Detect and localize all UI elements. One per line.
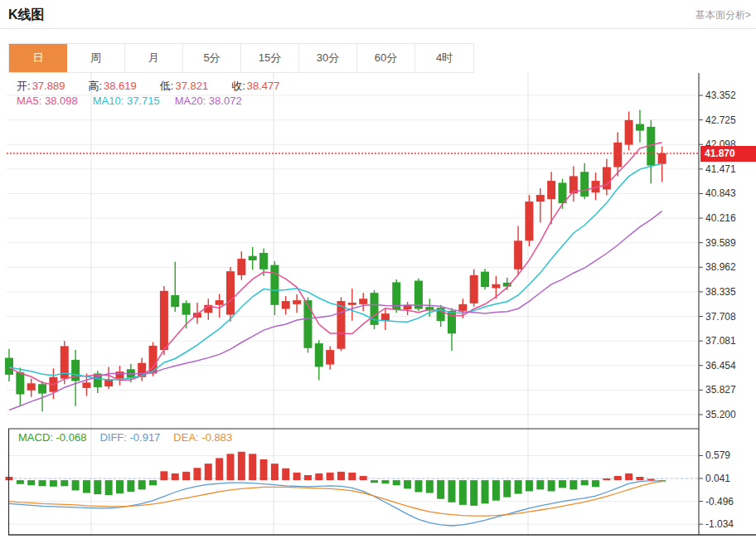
macd-bar bbox=[614, 476, 622, 480]
macd-axis-label: -1.034 bbox=[705, 519, 734, 529]
macd-bar bbox=[636, 477, 643, 480]
price-axis-label: 36.454 bbox=[705, 361, 736, 371]
candle-body bbox=[337, 301, 346, 349]
candle-body bbox=[613, 143, 622, 168]
price-axis-label: 40.843 bbox=[705, 188, 736, 198]
candle-body bbox=[381, 313, 390, 321]
macd-bar bbox=[360, 476, 367, 480]
macd-bar bbox=[625, 473, 632, 480]
candle-body bbox=[315, 343, 323, 367]
candle-body bbox=[525, 202, 533, 240]
candle-body bbox=[16, 372, 24, 394]
macd-bar bbox=[27, 480, 35, 485]
macd-bar bbox=[83, 480, 90, 493]
candle-body bbox=[536, 195, 545, 202]
macd-bar bbox=[526, 480, 533, 491]
ma5-line bbox=[9, 143, 662, 385]
ma-item-1: MA10: 37.715 bbox=[93, 95, 160, 107]
candle-body bbox=[481, 272, 489, 287]
candle-body bbox=[580, 172, 589, 197]
price-axis-label: 42.725 bbox=[705, 115, 736, 125]
candle-body bbox=[492, 284, 500, 289]
ohlc-item-1: 高:38.619 bbox=[88, 80, 148, 92]
ma-info-row: MA5: 38.098MA10: 37.715MA20: 38.072 bbox=[17, 95, 257, 107]
macd-bar bbox=[371, 480, 378, 483]
macd-bar bbox=[348, 473, 356, 480]
candle-body bbox=[625, 120, 633, 145]
macd-bar bbox=[61, 480, 68, 486]
macd-bar bbox=[172, 473, 179, 480]
macd-bar bbox=[94, 480, 101, 494]
macd-bar bbox=[492, 480, 500, 501]
macd-bar bbox=[459, 480, 467, 505]
price-axis-label: 37.081 bbox=[705, 336, 736, 346]
macd-axis-label: 0.041 bbox=[705, 473, 730, 483]
ohlc-info-row: 开:37.889高:38.619低:37.821收:38.477 bbox=[17, 79, 303, 94]
price-axis-label: 38.335 bbox=[705, 287, 736, 297]
macd-bar bbox=[238, 452, 245, 480]
price-axis-label: 40.216 bbox=[705, 213, 736, 223]
macd-bar bbox=[581, 480, 589, 485]
price-axis-label: 37.708 bbox=[705, 312, 736, 322]
candle-body bbox=[470, 275, 478, 303]
macd-info-item-2: DEA: -0.883 bbox=[173, 431, 232, 444]
candle-body bbox=[282, 301, 290, 308]
ma-item-0: MA5: 38.098 bbox=[17, 95, 78, 107]
macd-bar bbox=[182, 472, 190, 480]
macd-bar bbox=[249, 454, 256, 480]
candle-body bbox=[348, 303, 356, 305]
macd-axis-label: 0.579 bbox=[705, 450, 730, 460]
candle-body bbox=[658, 153, 666, 164]
candle-body bbox=[458, 304, 467, 311]
macd-bar bbox=[227, 454, 235, 480]
candle-body bbox=[293, 300, 301, 304]
macd-bar bbox=[503, 480, 511, 498]
macd-bar bbox=[559, 480, 566, 488]
macd-bar bbox=[448, 480, 456, 503]
macd-bar bbox=[282, 469, 289, 480]
candle-body bbox=[38, 384, 46, 393]
candle-body bbox=[270, 265, 279, 305]
candle-body bbox=[71, 360, 80, 381]
macd-bar bbox=[127, 480, 134, 492]
candle-body bbox=[216, 300, 224, 305]
price-axis-label: 43.352 bbox=[705, 90, 736, 100]
macd-bar bbox=[160, 471, 167, 480]
macd-bar bbox=[304, 475, 312, 480]
macd-bar bbox=[271, 464, 279, 480]
candle-body bbox=[249, 256, 257, 260]
price-axis-label: 35.827 bbox=[705, 385, 736, 395]
ma-item-2: MA20: 38.072 bbox=[175, 95, 242, 107]
macd-info-item-0: MACD: -0.068 bbox=[18, 431, 86, 444]
macd-bar bbox=[116, 480, 124, 493]
candle-body bbox=[303, 300, 312, 348]
ohlc-item-0: 开:37.889 bbox=[17, 80, 76, 92]
candle-body bbox=[171, 295, 179, 307]
macd-bar bbox=[381, 480, 389, 483]
ohlc-item-3: 收:38.477 bbox=[231, 80, 291, 92]
price-axis-label: 35.200 bbox=[705, 410, 736, 420]
macd-bar bbox=[393, 480, 400, 485]
macd-bar bbox=[470, 480, 477, 506]
macd-bar bbox=[293, 473, 301, 480]
macd-bar bbox=[647, 479, 655, 481]
macd-bar bbox=[404, 480, 411, 488]
macd-bar bbox=[50, 480, 57, 487]
macd-bar bbox=[327, 473, 334, 480]
macd-bar bbox=[603, 478, 610, 480]
macd-bar bbox=[216, 458, 223, 480]
candle-body bbox=[326, 350, 334, 364]
candle-body bbox=[237, 259, 245, 275]
macd-bar bbox=[337, 472, 345, 480]
ohlc-item-2: 低:37.821 bbox=[160, 80, 220, 92]
macd-bar bbox=[515, 480, 522, 493]
macd-bar bbox=[437, 480, 444, 499]
macd-bar bbox=[138, 480, 146, 489]
macd-bar bbox=[592, 480, 599, 487]
macd-bar bbox=[569, 480, 577, 489]
candle-body bbox=[226, 271, 235, 314]
macd-axis-label: -0.496 bbox=[705, 497, 734, 507]
price-axis-label: 41.471 bbox=[705, 164, 736, 174]
macd-bar bbox=[149, 480, 157, 485]
candle-body bbox=[160, 291, 168, 350]
